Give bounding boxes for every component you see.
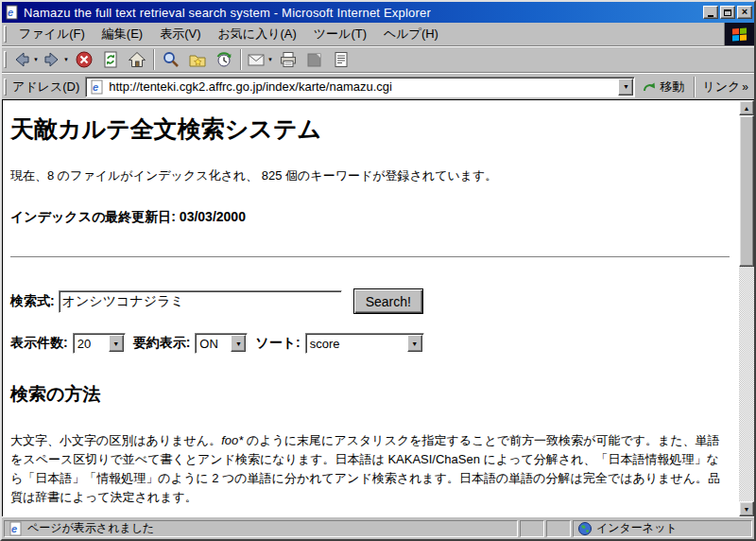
results-count-value: 20 bbox=[74, 337, 109, 351]
summary-display-value: ON bbox=[196, 337, 231, 351]
status-message: ページが表示されました bbox=[27, 520, 154, 536]
stop-icon bbox=[75, 50, 94, 69]
address-label: アドレス(D) bbox=[12, 79, 79, 96]
browser-window: e Namazu the full text retrieval search … bbox=[0, 0, 756, 541]
menu-help[interactable]: ヘルプ(H) bbox=[375, 23, 447, 45]
summary-display-select[interactable]: ON ▼ bbox=[195, 333, 248, 354]
links-label: リンク bbox=[702, 79, 740, 96]
close-icon: × bbox=[742, 7, 747, 17]
results-count-select[interactable]: 20 ▼ bbox=[73, 333, 126, 354]
back-dropdown-caret[interactable]: ▼ bbox=[33, 57, 39, 62]
menu-edit[interactable]: 編集(E) bbox=[94, 23, 151, 45]
window-title: Namazu the full text retrieval search sy… bbox=[24, 6, 431, 20]
go-label: 移動 bbox=[660, 79, 684, 96]
windows-flag-icon bbox=[732, 27, 747, 41]
vertical-scrollbar[interactable]: ▲ ▼ bbox=[739, 100, 754, 516]
back-button[interactable]: ▼ bbox=[10, 47, 41, 72]
history-icon bbox=[215, 50, 233, 69]
home-icon bbox=[128, 50, 146, 69]
menu-tools[interactable]: ツール(T) bbox=[305, 23, 375, 45]
favorites-button[interactable] bbox=[184, 47, 211, 72]
addressbar-grip[interactable] bbox=[4, 79, 7, 96]
forward-button[interactable]: ▼ bbox=[41, 47, 71, 72]
toolbar: ▼ ▼ ▼ bbox=[2, 46, 754, 73]
results-select-arrow-icon[interactable]: ▼ bbox=[109, 335, 124, 352]
internet-globe-icon bbox=[577, 521, 593, 536]
restore-button[interactable] bbox=[720, 6, 735, 19]
query-label: 検索式: bbox=[10, 293, 55, 310]
query-input[interactable] bbox=[59, 290, 342, 313]
address-url: http://tenteki.cgk2.affrc.go.jp/index/ka… bbox=[109, 79, 614, 94]
toolbar-separator bbox=[153, 49, 155, 70]
scroll-up-icon: ▲ bbox=[744, 105, 750, 112]
mail-button[interactable]: ▼ bbox=[245, 47, 275, 72]
menubar-grip[interactable] bbox=[4, 26, 7, 43]
title-bar: e Namazu the full text retrieval search … bbox=[2, 2, 754, 23]
status-ie-page-icon: e bbox=[9, 521, 24, 536]
restore-icon bbox=[724, 9, 731, 16]
forward-icon bbox=[43, 50, 61, 69]
toolbar-separator bbox=[240, 49, 242, 70]
print-button[interactable] bbox=[275, 47, 301, 72]
edit-icon bbox=[305, 50, 324, 69]
refresh-icon bbox=[101, 50, 120, 69]
sort-value: score bbox=[306, 337, 407, 351]
status-pane-1 bbox=[520, 520, 544, 537]
sort-select-arrow-icon[interactable]: ▼ bbox=[407, 335, 422, 352]
menu-favorites[interactable]: お気に入り(A) bbox=[210, 23, 305, 45]
status-message-pane: e ページが表示されました bbox=[4, 520, 518, 537]
refresh-button[interactable] bbox=[97, 47, 124, 72]
summary-select-arrow-icon[interactable]: ▼ bbox=[231, 335, 246, 352]
search-options-row: 表示件数: 20 ▼ 要約表示: ON ▼ ソート: score ▼ bbox=[10, 333, 730, 354]
go-button[interactable]: 移動 bbox=[635, 79, 691, 96]
addressbar-separator bbox=[694, 77, 696, 97]
menu-bar: ファイル(F) 編集(E) 表示(V) お気に入り(A) ツール(T) ヘルプ(… bbox=[2, 23, 754, 46]
scrollbar-track[interactable] bbox=[739, 115, 754, 501]
results-count-label: 表示件数: bbox=[10, 335, 68, 352]
sort-label: ソート: bbox=[255, 335, 300, 352]
sort-select[interactable]: score ▼ bbox=[305, 333, 424, 354]
links-bar[interactable]: リンク » bbox=[698, 79, 750, 96]
forward-dropdown-caret[interactable]: ▼ bbox=[63, 57, 69, 62]
scroll-down-button[interactable]: ▼ bbox=[739, 501, 754, 516]
howto-heading: 検索の方法 bbox=[10, 382, 730, 407]
discuss-button[interactable] bbox=[328, 47, 354, 72]
menu-file[interactable]: ファイル(F) bbox=[10, 23, 94, 45]
stop-button[interactable] bbox=[71, 47, 97, 72]
history-button[interactable] bbox=[211, 47, 237, 72]
mail-icon bbox=[247, 50, 266, 69]
toolbar-grip[interactable] bbox=[4, 51, 7, 68]
index-updated-text: インデックスの最終更新日: 03/03/2000 bbox=[10, 209, 730, 226]
status-bar: e ページが表示されました インターネット bbox=[2, 516, 754, 539]
edit-button[interactable] bbox=[301, 47, 328, 72]
close-button[interactable]: × bbox=[737, 6, 752, 19]
scroll-up-button[interactable]: ▲ bbox=[739, 100, 754, 115]
howto-paragraph: 大文字、小文字の区別はありません。foo* のように末尾にアスタリスクを指定する… bbox=[10, 431, 729, 508]
ie-brand-logo bbox=[724, 23, 754, 45]
svg-text:e: e bbox=[8, 7, 13, 18]
minimize-icon bbox=[708, 15, 713, 17]
address-combo[interactable]: e http://tenteki.cgk2.affrc.go.jp/index/… bbox=[85, 77, 635, 97]
search-button[interactable] bbox=[158, 47, 184, 72]
dropdown-arrow-icon: ▼ bbox=[623, 83, 629, 90]
minimize-button[interactable] bbox=[703, 6, 718, 19]
browser-viewport: 天敵カルテ全文検索システム 現在、8 のファイルがインデックス化され、 825 … bbox=[2, 99, 754, 516]
scroll-down-icon: ▼ bbox=[744, 506, 750, 513]
print-icon bbox=[279, 50, 298, 69]
search-icon bbox=[162, 50, 180, 69]
menu-view[interactable]: 表示(V) bbox=[151, 23, 209, 45]
page-title: 天敵カルテ全文検索システム bbox=[10, 113, 730, 145]
search-form-row: 検索式: Search! bbox=[10, 288, 730, 314]
search-submit-button[interactable]: Search! bbox=[353, 288, 423, 314]
favorites-icon bbox=[188, 50, 207, 69]
address-bar: アドレス(D) e http://tenteki.cgk2.affrc.go.j… bbox=[2, 73, 754, 99]
home-button[interactable] bbox=[124, 47, 150, 72]
web-page: 天敵カルテ全文検索システム 現在、8 のファイルがインデックス化され、 825 … bbox=[3, 100, 739, 516]
scrollbar-thumb[interactable] bbox=[739, 115, 754, 267]
howto-text-1: 大文字、小文字の区別はありません。 bbox=[10, 433, 221, 447]
links-chevron-icon: » bbox=[742, 80, 748, 94]
address-dropdown-button[interactable]: ▼ bbox=[618, 79, 633, 96]
mail-dropdown-caret[interactable]: ▼ bbox=[267, 57, 273, 62]
status-pane-2 bbox=[546, 520, 571, 537]
howto-example: foo* bbox=[221, 433, 243, 447]
